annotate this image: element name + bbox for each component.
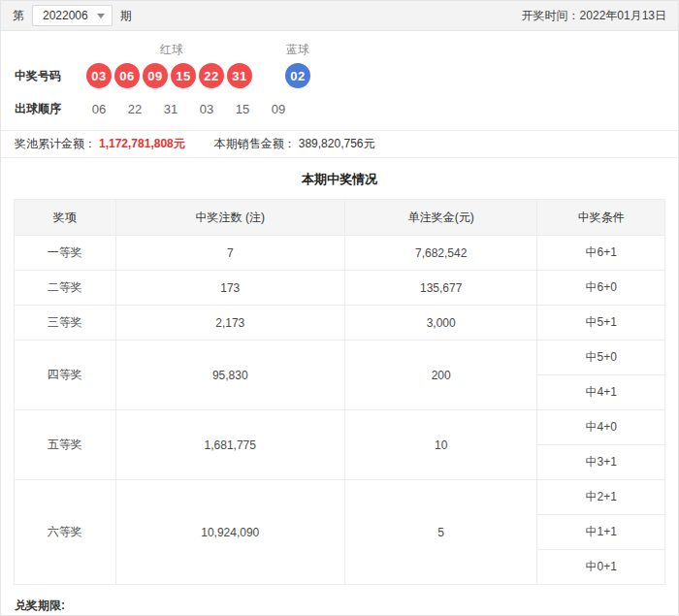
winning-numbers-row: 中奖号码 030609152231 02	[15, 63, 664, 88]
prize-condition: 中6+0	[537, 271, 665, 306]
prize-table: 奖项中奖注数 (注)单注奖金(元)中奖条件 一等奖77,682,542中6+1二…	[14, 199, 665, 585]
prize-row: 二等奖173135,677中6+0	[15, 271, 665, 306]
prize-table-title: 本期中奖情况	[14, 158, 665, 199]
winning-numbers-label: 中奖号码	[15, 68, 86, 84]
prize-count: 95,830	[115, 340, 344, 410]
period-select[interactable]: 2022006	[32, 5, 113, 26]
draw-order-number: 06	[89, 102, 109, 116]
prize-amount: 7,682,542	[344, 236, 537, 271]
red-ball-group-label: 红球	[160, 42, 183, 58]
prize-count: 10,924,090	[115, 480, 344, 585]
chevron-down-icon	[97, 14, 105, 18]
prize-amount: 135,677	[344, 271, 537, 306]
prize-name: 六等奖	[15, 480, 116, 585]
red-ball: 06	[114, 63, 140, 88]
blue-ball: 02	[285, 63, 310, 88]
prize-count: 173	[115, 271, 344, 306]
period-select-value: 2022006	[43, 9, 88, 22]
jackpot-value: 1,172,781,808元	[99, 136, 185, 152]
draw-order-row: 出球顺序 062231031509	[15, 101, 664, 117]
red-ball: 22	[199, 63, 224, 88]
prize-condition: 中5+1	[537, 306, 665, 340]
redeem-notes-title: 兑奖期限:	[15, 598, 664, 614]
prize-condition: 中3+1	[537, 445, 665, 480]
prize-count: 1,681,775	[115, 410, 344, 480]
redeem-notes: 兑奖期限: 双色球兑奖当期有效，中奖者应当自开奖之日起60个自然日内，持中奖彩票…	[1, 585, 678, 616]
period-suffix-label: 期	[120, 8, 132, 24]
column-header: 中奖条件	[537, 200, 665, 236]
prize-name: 三等奖	[15, 306, 116, 340]
column-header: 奖项	[15, 200, 116, 236]
draw-time-label: 开奖时间：	[522, 9, 580, 22]
draw-order-numbers: 062231031509	[86, 102, 288, 116]
prize-row: 五等奖1,681,77510中4+0	[15, 410, 665, 445]
red-ball: 15	[171, 63, 196, 88]
prize-name: 四等奖	[15, 340, 116, 410]
red-group-label-wrap: 红球	[86, 42, 257, 58]
red-ball: 31	[227, 63, 252, 88]
red-ball: 03	[86, 63, 112, 88]
jackpot-amount: 奖池累计金额： 1,172,781,808元	[15, 136, 185, 152]
red-ball: 09	[143, 63, 168, 88]
prize-condition: 中4+1	[537, 375, 665, 410]
draw-time: 开奖时间：2022年01月13日	[522, 8, 666, 24]
column-header: 单注奖金(元)	[344, 200, 537, 236]
prize-row: 四等奖95,830200中5+0	[15, 340, 665, 375]
prize-name: 一等奖	[15, 236, 116, 271]
ball-group-labels: 红球 蓝球	[15, 41, 664, 58]
draw-time-value: 2022年01月13日	[580, 9, 666, 22]
sales-label: 本期销售金额：	[214, 136, 296, 152]
blue-ball-group-label: 蓝球	[286, 42, 309, 58]
numbers-section: 红球 蓝球 中奖号码 030609152231 02 出球顺序 06223103…	[1, 31, 678, 130]
sales-value: 389,820,756元	[299, 136, 375, 152]
prize-amount: 3,000	[344, 306, 537, 340]
draw-order-number: 15	[233, 102, 252, 116]
draw-order-number: 09	[269, 102, 288, 116]
prize-table-header-row: 奖项中奖注数 (注)单注奖金(元)中奖条件	[15, 200, 665, 236]
red-balls: 030609152231	[86, 63, 257, 88]
topbar: 第 2022006 期 开奖时间：2022年01月13日	[1, 1, 678, 31]
draw-order-number: 03	[197, 102, 216, 116]
blue-group-label-wrap: 蓝球	[278, 42, 317, 58]
prize-name: 二等奖	[15, 271, 116, 306]
prize-condition: 中6+1	[537, 236, 665, 271]
column-header: 中奖注数 (注)	[115, 200, 344, 236]
prize-amount: 5	[344, 480, 537, 585]
period-selector-group: 第 2022006 期	[13, 5, 132, 26]
jackpot-label: 奖池累计金额：	[15, 136, 96, 152]
prize-condition: 中4+0	[537, 410, 665, 445]
pool-row: 奖池累计金额： 1,172,781,808元 本期销售金额： 389,820,7…	[1, 130, 678, 158]
draw-order-label: 出球顺序	[15, 101, 86, 117]
lottery-result-page: 第 2022006 期 开奖时间：2022年01月13日 红球 蓝球 中奖号码 …	[0, 0, 679, 616]
prize-condition: 中5+0	[537, 340, 665, 375]
prize-condition: 中1+1	[537, 515, 665, 550]
blue-balls: 02	[278, 63, 317, 88]
prize-condition: 中0+1	[537, 550, 665, 585]
draw-order-number: 31	[161, 102, 180, 116]
prize-count: 7	[115, 236, 344, 271]
period-prefix-label: 第	[13, 8, 24, 24]
prize-amount: 10	[344, 410, 537, 480]
prize-row: 三等奖2,1733,000中5+1	[15, 306, 665, 340]
prize-row: 一等奖77,682,542中6+1	[15, 236, 665, 271]
sales-amount: 本期销售金额： 389,820,756元	[214, 136, 375, 152]
prize-count: 2,173	[115, 306, 344, 340]
prize-amount: 200	[344, 340, 537, 410]
prize-condition: 中2+1	[537, 480, 665, 515]
prize-name: 五等奖	[15, 410, 116, 480]
draw-order-number: 22	[125, 102, 145, 116]
prize-row: 六等奖10,924,0905中2+1	[15, 480, 665, 515]
prize-table-section: 本期中奖情况 奖项中奖注数 (注)单注奖金(元)中奖条件 一等奖77,682,5…	[1, 158, 678, 585]
